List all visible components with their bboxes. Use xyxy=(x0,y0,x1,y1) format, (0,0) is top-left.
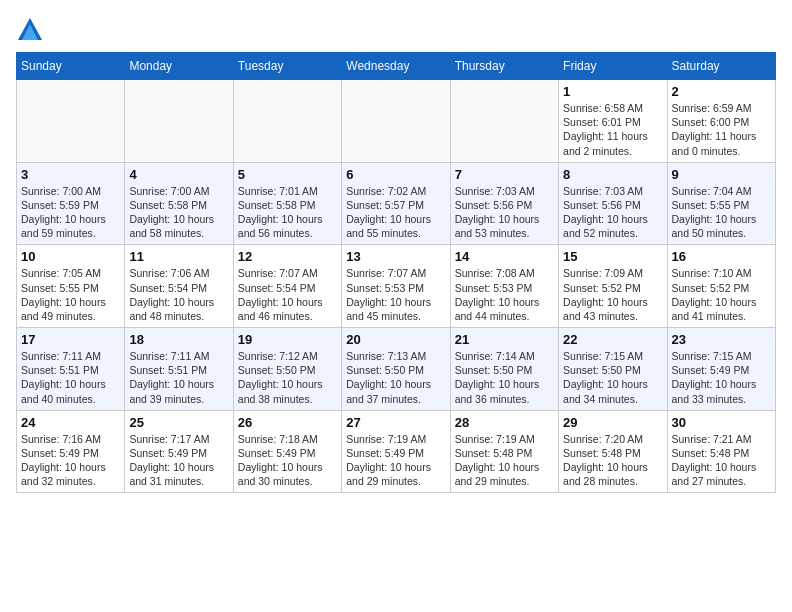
day-info: Sunrise: 7:19 AM Sunset: 5:48 PM Dayligh… xyxy=(455,432,554,489)
week-row-1: 1Sunrise: 6:58 AM Sunset: 6:01 PM Daylig… xyxy=(17,80,776,163)
calendar-cell: 29Sunrise: 7:20 AM Sunset: 5:48 PM Dayli… xyxy=(559,410,667,493)
day-info: Sunrise: 7:11 AM Sunset: 5:51 PM Dayligh… xyxy=(21,349,120,406)
calendar-table: SundayMondayTuesdayWednesdayThursdayFrid… xyxy=(16,52,776,493)
day-info: Sunrise: 7:10 AM Sunset: 5:52 PM Dayligh… xyxy=(672,266,771,323)
day-info: Sunrise: 7:17 AM Sunset: 5:49 PM Dayligh… xyxy=(129,432,228,489)
day-info: Sunrise: 7:08 AM Sunset: 5:53 PM Dayligh… xyxy=(455,266,554,323)
calendar-cell: 30Sunrise: 7:21 AM Sunset: 5:48 PM Dayli… xyxy=(667,410,775,493)
calendar-cell: 25Sunrise: 7:17 AM Sunset: 5:49 PM Dayli… xyxy=(125,410,233,493)
day-info: Sunrise: 7:15 AM Sunset: 5:49 PM Dayligh… xyxy=(672,349,771,406)
day-number: 27 xyxy=(346,415,445,430)
calendar-cell: 10Sunrise: 7:05 AM Sunset: 5:55 PM Dayli… xyxy=(17,245,125,328)
day-info: Sunrise: 7:02 AM Sunset: 5:57 PM Dayligh… xyxy=(346,184,445,241)
day-number: 5 xyxy=(238,167,337,182)
day-number: 10 xyxy=(21,249,120,264)
day-number: 12 xyxy=(238,249,337,264)
calendar-cell: 20Sunrise: 7:13 AM Sunset: 5:50 PM Dayli… xyxy=(342,328,450,411)
week-row-4: 17Sunrise: 7:11 AM Sunset: 5:51 PM Dayli… xyxy=(17,328,776,411)
calendar-cell: 28Sunrise: 7:19 AM Sunset: 5:48 PM Dayli… xyxy=(450,410,558,493)
calendar-cell: 22Sunrise: 7:15 AM Sunset: 5:50 PM Dayli… xyxy=(559,328,667,411)
day-info: Sunrise: 7:15 AM Sunset: 5:50 PM Dayligh… xyxy=(563,349,662,406)
day-info: Sunrise: 7:09 AM Sunset: 5:52 PM Dayligh… xyxy=(563,266,662,323)
day-info: Sunrise: 7:03 AM Sunset: 5:56 PM Dayligh… xyxy=(563,184,662,241)
day-number: 1 xyxy=(563,84,662,99)
day-number: 29 xyxy=(563,415,662,430)
week-row-3: 10Sunrise: 7:05 AM Sunset: 5:55 PM Dayli… xyxy=(17,245,776,328)
day-number: 25 xyxy=(129,415,228,430)
calendar-cell: 16Sunrise: 7:10 AM Sunset: 5:52 PM Dayli… xyxy=(667,245,775,328)
day-number: 22 xyxy=(563,332,662,347)
day-info: Sunrise: 7:06 AM Sunset: 5:54 PM Dayligh… xyxy=(129,266,228,323)
day-number: 13 xyxy=(346,249,445,264)
calendar-cell: 27Sunrise: 7:19 AM Sunset: 5:49 PM Dayli… xyxy=(342,410,450,493)
day-number: 30 xyxy=(672,415,771,430)
day-info: Sunrise: 7:18 AM Sunset: 5:49 PM Dayligh… xyxy=(238,432,337,489)
day-number: 4 xyxy=(129,167,228,182)
day-info: Sunrise: 7:07 AM Sunset: 5:54 PM Dayligh… xyxy=(238,266,337,323)
calendar-cell: 24Sunrise: 7:16 AM Sunset: 5:49 PM Dayli… xyxy=(17,410,125,493)
day-info: Sunrise: 7:19 AM Sunset: 5:49 PM Dayligh… xyxy=(346,432,445,489)
day-info: Sunrise: 6:58 AM Sunset: 6:01 PM Dayligh… xyxy=(563,101,662,158)
calendar-cell: 18Sunrise: 7:11 AM Sunset: 5:51 PM Dayli… xyxy=(125,328,233,411)
day-number: 17 xyxy=(21,332,120,347)
calendar-cell: 11Sunrise: 7:06 AM Sunset: 5:54 PM Dayli… xyxy=(125,245,233,328)
day-info: Sunrise: 7:00 AM Sunset: 5:59 PM Dayligh… xyxy=(21,184,120,241)
weekday-header-wednesday: Wednesday xyxy=(342,53,450,80)
day-number: 9 xyxy=(672,167,771,182)
day-number: 2 xyxy=(672,84,771,99)
day-info: Sunrise: 7:01 AM Sunset: 5:58 PM Dayligh… xyxy=(238,184,337,241)
calendar-cell xyxy=(17,80,125,163)
day-number: 24 xyxy=(21,415,120,430)
week-row-5: 24Sunrise: 7:16 AM Sunset: 5:49 PM Dayli… xyxy=(17,410,776,493)
day-number: 15 xyxy=(563,249,662,264)
day-number: 18 xyxy=(129,332,228,347)
calendar-cell: 13Sunrise: 7:07 AM Sunset: 5:53 PM Dayli… xyxy=(342,245,450,328)
day-info: Sunrise: 7:05 AM Sunset: 5:55 PM Dayligh… xyxy=(21,266,120,323)
day-number: 19 xyxy=(238,332,337,347)
day-info: Sunrise: 7:21 AM Sunset: 5:48 PM Dayligh… xyxy=(672,432,771,489)
weekday-header-thursday: Thursday xyxy=(450,53,558,80)
calendar-cell: 26Sunrise: 7:18 AM Sunset: 5:49 PM Dayli… xyxy=(233,410,341,493)
calendar-cell: 8Sunrise: 7:03 AM Sunset: 5:56 PM Daylig… xyxy=(559,162,667,245)
calendar-cell: 6Sunrise: 7:02 AM Sunset: 5:57 PM Daylig… xyxy=(342,162,450,245)
weekday-header-monday: Monday xyxy=(125,53,233,80)
calendar-cell: 12Sunrise: 7:07 AM Sunset: 5:54 PM Dayli… xyxy=(233,245,341,328)
calendar-cell: 1Sunrise: 6:58 AM Sunset: 6:01 PM Daylig… xyxy=(559,80,667,163)
calendar-cell: 2Sunrise: 6:59 AM Sunset: 6:00 PM Daylig… xyxy=(667,80,775,163)
day-number: 8 xyxy=(563,167,662,182)
calendar-cell: 9Sunrise: 7:04 AM Sunset: 5:55 PM Daylig… xyxy=(667,162,775,245)
logo-icon xyxy=(16,16,44,44)
day-info: Sunrise: 6:59 AM Sunset: 6:00 PM Dayligh… xyxy=(672,101,771,158)
day-info: Sunrise: 7:04 AM Sunset: 5:55 PM Dayligh… xyxy=(672,184,771,241)
day-number: 16 xyxy=(672,249,771,264)
calendar-cell: 17Sunrise: 7:11 AM Sunset: 5:51 PM Dayli… xyxy=(17,328,125,411)
day-info: Sunrise: 7:11 AM Sunset: 5:51 PM Dayligh… xyxy=(129,349,228,406)
calendar-cell xyxy=(125,80,233,163)
day-info: Sunrise: 7:20 AM Sunset: 5:48 PM Dayligh… xyxy=(563,432,662,489)
calendar-cell: 14Sunrise: 7:08 AM Sunset: 5:53 PM Dayli… xyxy=(450,245,558,328)
day-info: Sunrise: 7:07 AM Sunset: 5:53 PM Dayligh… xyxy=(346,266,445,323)
day-number: 20 xyxy=(346,332,445,347)
calendar-cell: 21Sunrise: 7:14 AM Sunset: 5:50 PM Dayli… xyxy=(450,328,558,411)
weekday-header-saturday: Saturday xyxy=(667,53,775,80)
day-info: Sunrise: 7:00 AM Sunset: 5:58 PM Dayligh… xyxy=(129,184,228,241)
day-info: Sunrise: 7:13 AM Sunset: 5:50 PM Dayligh… xyxy=(346,349,445,406)
day-number: 11 xyxy=(129,249,228,264)
day-number: 21 xyxy=(455,332,554,347)
calendar-cell: 23Sunrise: 7:15 AM Sunset: 5:49 PM Dayli… xyxy=(667,328,775,411)
day-number: 14 xyxy=(455,249,554,264)
calendar-cell xyxy=(342,80,450,163)
calendar-cell: 7Sunrise: 7:03 AM Sunset: 5:56 PM Daylig… xyxy=(450,162,558,245)
day-info: Sunrise: 7:16 AM Sunset: 5:49 PM Dayligh… xyxy=(21,432,120,489)
day-number: 28 xyxy=(455,415,554,430)
weekday-header-row: SundayMondayTuesdayWednesdayThursdayFrid… xyxy=(17,53,776,80)
calendar-cell: 5Sunrise: 7:01 AM Sunset: 5:58 PM Daylig… xyxy=(233,162,341,245)
calendar-cell xyxy=(233,80,341,163)
week-row-2: 3Sunrise: 7:00 AM Sunset: 5:59 PM Daylig… xyxy=(17,162,776,245)
weekday-header-sunday: Sunday xyxy=(17,53,125,80)
day-number: 3 xyxy=(21,167,120,182)
day-number: 7 xyxy=(455,167,554,182)
day-info: Sunrise: 7:12 AM Sunset: 5:50 PM Dayligh… xyxy=(238,349,337,406)
calendar-cell: 4Sunrise: 7:00 AM Sunset: 5:58 PM Daylig… xyxy=(125,162,233,245)
calendar-cell: 15Sunrise: 7:09 AM Sunset: 5:52 PM Dayli… xyxy=(559,245,667,328)
